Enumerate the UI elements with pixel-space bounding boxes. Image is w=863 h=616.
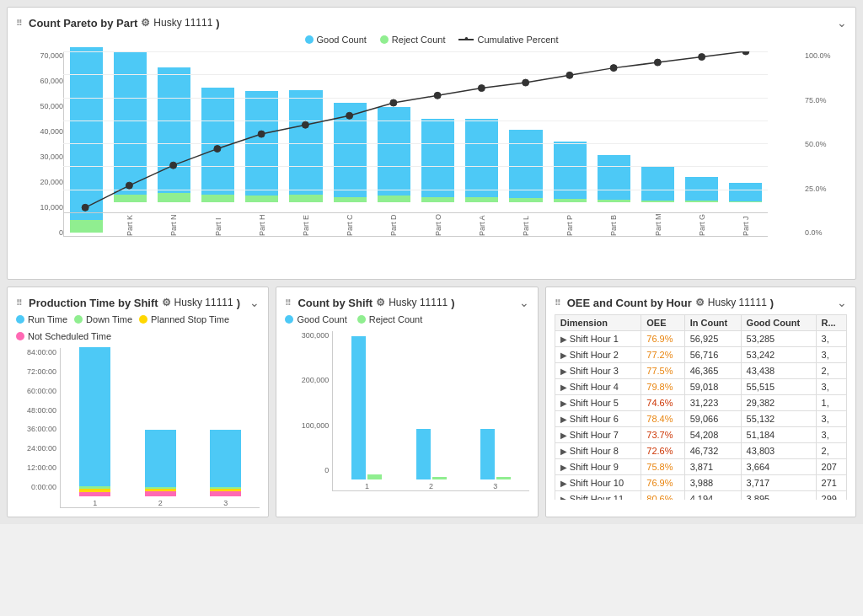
table-row[interactable]: ▶ Shift Hour 10 76.9% 3,988 3,717 271 xyxy=(555,475,846,491)
pareto-x-label: Part J xyxy=(742,206,750,236)
cs-reject-label: Reject Count xyxy=(369,314,423,324)
pareto-bar-group-part-g: Part G xyxy=(680,51,724,236)
cell-r: 207 xyxy=(816,459,846,475)
col-dimension[interactable]: Dimension xyxy=(555,315,641,331)
production-time-card: ⠿ Production Time by Shift ⚙ Husky 11111… xyxy=(7,287,269,517)
cell-r: 3, xyxy=(816,379,846,395)
pareto-bar-group-part-b: Part B xyxy=(592,51,635,236)
pareto-collapse-button[interactable]: ⌄ xyxy=(837,16,847,29)
dashboard: ⠿ Count Pareto by Part ⚙ Husky 11111 ) ⌄… xyxy=(0,0,863,524)
oee-drag-handle[interactable]: ⠿ xyxy=(555,298,560,308)
shift3-label: 3 xyxy=(223,499,228,507)
cell-dimension: ▶ Shift Hour 8 xyxy=(555,443,641,459)
table-row[interactable]: ▶ Shift Hour 5 74.6% 31,223 29,382 1, xyxy=(555,395,846,411)
prod-drag-handle[interactable]: ⠿ xyxy=(16,298,22,308)
cell-in-count: 59,066 xyxy=(684,411,741,427)
cell-in-count: 3,871 xyxy=(684,459,741,475)
cell-dimension: ▶ Shift Hour 11 xyxy=(555,491,641,501)
legend-cumulative: Cumulative Percent xyxy=(458,35,558,45)
pareto-bar-group-part-j: Part J xyxy=(724,51,768,236)
gear-icon[interactable]: ⚙ xyxy=(141,17,150,29)
pareto-x-label: Part G xyxy=(698,206,706,236)
oee-gear-icon[interactable]: ⚙ xyxy=(695,297,705,308)
expand-icon[interactable]: ▶ xyxy=(560,495,567,500)
prod-collapse-button[interactable]: ⌄ xyxy=(249,296,260,309)
cell-r: 3, xyxy=(816,411,846,427)
prod-title-text: Production Time by Shift xyxy=(29,297,158,309)
expand-icon[interactable]: ▶ xyxy=(560,479,567,488)
count-shift-drag-handle[interactable]: ⠿ xyxy=(285,298,291,308)
cumulative-label: Cumulative Percent xyxy=(477,35,558,45)
prod-shift-2: 2 xyxy=(134,345,185,507)
shift2-run-bar xyxy=(145,430,176,487)
shift1-notsched-bar xyxy=(79,492,110,496)
oee-table-body: ▶ Shift Hour 1 76.9% 56,925 53,285 3, ▶ … xyxy=(555,331,846,501)
table-row[interactable]: ▶ Shift Hour 2 77.2% 56,716 53,242 3, xyxy=(555,347,846,363)
expand-icon[interactable]: ▶ xyxy=(560,351,567,360)
table-row[interactable]: ▶ Shift Hour 7 73.7% 54,208 51,184 3, xyxy=(555,427,846,443)
table-row[interactable]: ▶ Shift Hour 6 78.4% 59,066 55,132 3, xyxy=(555,411,846,427)
count-shift-collapse-button[interactable]: ⌄ xyxy=(519,296,529,309)
expand-icon[interactable]: ▶ xyxy=(560,415,567,424)
cs-shift3-label: 3 xyxy=(493,482,497,490)
cell-oee: 78.4% xyxy=(641,411,684,427)
pareto-x-label: Part P xyxy=(566,206,574,236)
count-shift-title-text: Count by Shift xyxy=(297,297,373,309)
table-row[interactable]: ▶ Shift Hour 11 80.6% 4,194 3,895 299 xyxy=(555,491,846,501)
oee-table: Dimension OEE In Count Good Count R... ▶… xyxy=(555,314,847,500)
expand-icon[interactable]: ▶ xyxy=(560,447,567,456)
prod-shift-1: 1 xyxy=(69,345,121,507)
expand-icon[interactable]: ▶ xyxy=(560,335,567,344)
table-row[interactable]: ▶ Shift Hour 9 75.8% 3,871 3,664 207 xyxy=(555,459,846,475)
cell-good-count: 43,438 xyxy=(741,363,816,379)
pareto-header: ⠿ Count Pareto by Part ⚙ Husky 11111 ) ⌄ xyxy=(16,16,847,29)
table-row[interactable]: ▶ Shift Hour 8 72.6% 46,732 43,803 2, xyxy=(555,443,846,459)
expand-icon[interactable]: ▶ xyxy=(560,431,567,440)
table-row[interactable]: ▶ Shift Hour 1 76.9% 56,925 53,285 3, xyxy=(555,331,846,347)
drag-handle-icon[interactable]: ⠿ xyxy=(16,19,22,28)
expand-icon[interactable]: ▶ xyxy=(560,463,567,472)
expand-icon[interactable]: ▶ xyxy=(560,367,567,376)
prod-header: ⠿ Production Time by Shift ⚙ Husky 11111… xyxy=(16,296,260,309)
cs-good-dot xyxy=(285,315,293,324)
expand-icon[interactable]: ▶ xyxy=(560,383,567,392)
planned-stop-label: Planned Stop Time xyxy=(151,314,229,324)
oee-table-scroll[interactable]: Dimension OEE In Count Good Count R... ▶… xyxy=(555,314,847,500)
cell-oee: 77.2% xyxy=(641,347,684,363)
not-sched-dot xyxy=(16,332,24,340)
good-count-dot xyxy=(305,35,314,44)
table-row[interactable]: ▶ Shift Hour 3 77.5% 46,365 43,438 2, xyxy=(555,363,846,379)
table-row[interactable]: ▶ Shift Hour 4 79.8% 59,018 55,515 3, xyxy=(555,379,846,395)
col-r[interactable]: R... xyxy=(816,315,846,331)
bottom-row: ⠿ Production Time by Shift ⚙ Husky 11111… xyxy=(7,287,856,517)
cell-r: 3, xyxy=(816,347,846,363)
not-sched-label: Not Scheduled Time xyxy=(28,331,111,341)
cell-oee: 73.7% xyxy=(641,427,684,443)
col-good-count[interactable]: Good Count xyxy=(741,315,816,331)
oee-collapse-button[interactable]: ⌄ xyxy=(837,296,847,309)
cell-oee: 75.8% xyxy=(641,459,684,475)
cumulative-line xyxy=(458,39,474,40)
cell-r: 299 xyxy=(816,491,846,501)
cell-in-count: 31,223 xyxy=(684,395,741,411)
cell-in-count: 56,925 xyxy=(684,331,741,347)
pareto-bar-group-part-o: Part O xyxy=(416,51,460,236)
cell-good-count: 55,515 xyxy=(741,379,816,395)
col-oee[interactable]: OEE xyxy=(641,315,684,331)
pareto-bar-group-part-l: Part L xyxy=(504,51,548,236)
col-in-count[interactable]: In Count xyxy=(684,315,741,331)
down-time-label: Down Time xyxy=(86,314,132,324)
cell-oee: 72.6% xyxy=(641,443,684,459)
count-shift-gear-icon[interactable]: ⚙ xyxy=(376,297,385,308)
reject-count-label: Reject Count xyxy=(392,35,446,45)
cs-shift1-label: 1 xyxy=(365,482,369,490)
cell-r: 3, xyxy=(816,427,846,443)
pareto-x-label: Part D xyxy=(389,206,398,236)
prod-gear-icon[interactable]: ⚙ xyxy=(162,297,171,308)
cell-in-count: 3,988 xyxy=(684,475,741,491)
pareto-legend: Good Count Reject Count Cumulative Perce… xyxy=(16,35,847,45)
count-shift-bars: 1 2 xyxy=(332,331,528,491)
cell-good-count: 3,717 xyxy=(741,475,816,491)
cell-in-count: 46,732 xyxy=(684,443,741,459)
expand-icon[interactable]: ▶ xyxy=(560,399,567,408)
